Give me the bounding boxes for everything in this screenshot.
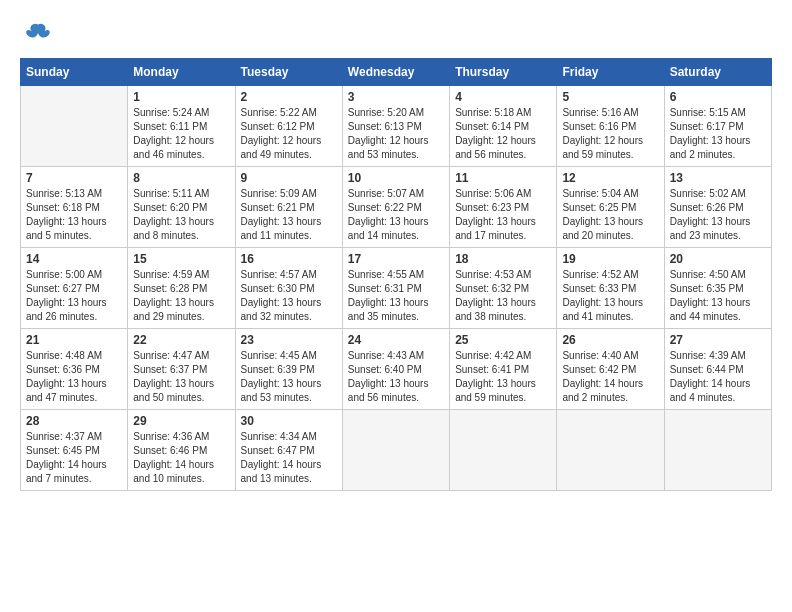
calendar-cell: 23Sunrise: 4:45 AM Sunset: 6:39 PM Dayli…	[235, 329, 342, 410]
weekday-label: Saturday	[664, 59, 771, 86]
calendar-cell: 1Sunrise: 5:24 AM Sunset: 6:11 PM Daylig…	[128, 86, 235, 167]
cell-info: Sunrise: 5:04 AM Sunset: 6:25 PM Dayligh…	[562, 187, 658, 243]
weekday-label: Thursday	[450, 59, 557, 86]
calendar-cell	[557, 410, 664, 491]
cell-info: Sunrise: 4:59 AM Sunset: 6:28 PM Dayligh…	[133, 268, 229, 324]
day-number: 12	[562, 171, 658, 185]
day-number: 24	[348, 333, 444, 347]
weekday-header-row: SundayMondayTuesdayWednesdayThursdayFrid…	[21, 59, 772, 86]
calendar-cell: 6Sunrise: 5:15 AM Sunset: 6:17 PM Daylig…	[664, 86, 771, 167]
calendar-cell: 2Sunrise: 5:22 AM Sunset: 6:12 PM Daylig…	[235, 86, 342, 167]
cell-info: Sunrise: 4:53 AM Sunset: 6:32 PM Dayligh…	[455, 268, 551, 324]
day-number: 3	[348, 90, 444, 104]
calendar-cell: 16Sunrise: 4:57 AM Sunset: 6:30 PM Dayli…	[235, 248, 342, 329]
calendar-cell: 19Sunrise: 4:52 AM Sunset: 6:33 PM Dayli…	[557, 248, 664, 329]
cell-info: Sunrise: 5:16 AM Sunset: 6:16 PM Dayligh…	[562, 106, 658, 162]
calendar-cell: 5Sunrise: 5:16 AM Sunset: 6:16 PM Daylig…	[557, 86, 664, 167]
cell-info: Sunrise: 5:11 AM Sunset: 6:20 PM Dayligh…	[133, 187, 229, 243]
cell-info: Sunrise: 5:07 AM Sunset: 6:22 PM Dayligh…	[348, 187, 444, 243]
cell-info: Sunrise: 5:22 AM Sunset: 6:12 PM Dayligh…	[241, 106, 337, 162]
cell-info: Sunrise: 5:13 AM Sunset: 6:18 PM Dayligh…	[26, 187, 122, 243]
day-number: 16	[241, 252, 337, 266]
cell-info: Sunrise: 5:00 AM Sunset: 6:27 PM Dayligh…	[26, 268, 122, 324]
calendar-week-row: 1Sunrise: 5:24 AM Sunset: 6:11 PM Daylig…	[21, 86, 772, 167]
calendar-cell: 7Sunrise: 5:13 AM Sunset: 6:18 PM Daylig…	[21, 167, 128, 248]
day-number: 21	[26, 333, 122, 347]
calendar-cell: 18Sunrise: 4:53 AM Sunset: 6:32 PM Dayli…	[450, 248, 557, 329]
calendar-cell: 28Sunrise: 4:37 AM Sunset: 6:45 PM Dayli…	[21, 410, 128, 491]
calendar-cell: 14Sunrise: 5:00 AM Sunset: 6:27 PM Dayli…	[21, 248, 128, 329]
cell-info: Sunrise: 4:43 AM Sunset: 6:40 PM Dayligh…	[348, 349, 444, 405]
calendar-cell: 24Sunrise: 4:43 AM Sunset: 6:40 PM Dayli…	[342, 329, 449, 410]
day-number: 25	[455, 333, 551, 347]
logo	[20, 20, 52, 48]
calendar-cell: 3Sunrise: 5:20 AM Sunset: 6:13 PM Daylig…	[342, 86, 449, 167]
calendar-cell: 11Sunrise: 5:06 AM Sunset: 6:23 PM Dayli…	[450, 167, 557, 248]
cell-info: Sunrise: 5:15 AM Sunset: 6:17 PM Dayligh…	[670, 106, 766, 162]
calendar-cell: 29Sunrise: 4:36 AM Sunset: 6:46 PM Dayli…	[128, 410, 235, 491]
calendar-cell: 27Sunrise: 4:39 AM Sunset: 6:44 PM Dayli…	[664, 329, 771, 410]
calendar-cell: 10Sunrise: 5:07 AM Sunset: 6:22 PM Dayli…	[342, 167, 449, 248]
calendar-cell: 25Sunrise: 4:42 AM Sunset: 6:41 PM Dayli…	[450, 329, 557, 410]
cell-info: Sunrise: 4:57 AM Sunset: 6:30 PM Dayligh…	[241, 268, 337, 324]
calendar-week-row: 21Sunrise: 4:48 AM Sunset: 6:36 PM Dayli…	[21, 329, 772, 410]
day-number: 14	[26, 252, 122, 266]
day-number: 29	[133, 414, 229, 428]
day-number: 28	[26, 414, 122, 428]
cell-info: Sunrise: 4:47 AM Sunset: 6:37 PM Dayligh…	[133, 349, 229, 405]
day-number: 13	[670, 171, 766, 185]
cell-info: Sunrise: 5:02 AM Sunset: 6:26 PM Dayligh…	[670, 187, 766, 243]
cell-info: Sunrise: 4:36 AM Sunset: 6:46 PM Dayligh…	[133, 430, 229, 486]
day-number: 30	[241, 414, 337, 428]
cell-info: Sunrise: 4:52 AM Sunset: 6:33 PM Dayligh…	[562, 268, 658, 324]
calendar-week-row: 14Sunrise: 5:00 AM Sunset: 6:27 PM Dayli…	[21, 248, 772, 329]
day-number: 19	[562, 252, 658, 266]
cell-info: Sunrise: 4:39 AM Sunset: 6:44 PM Dayligh…	[670, 349, 766, 405]
day-number: 7	[26, 171, 122, 185]
weekday-label: Wednesday	[342, 59, 449, 86]
calendar-cell	[21, 86, 128, 167]
day-number: 9	[241, 171, 337, 185]
calendar-body: 1Sunrise: 5:24 AM Sunset: 6:11 PM Daylig…	[21, 86, 772, 491]
day-number: 20	[670, 252, 766, 266]
calendar-cell	[450, 410, 557, 491]
weekday-label: Friday	[557, 59, 664, 86]
cell-info: Sunrise: 4:55 AM Sunset: 6:31 PM Dayligh…	[348, 268, 444, 324]
cell-info: Sunrise: 4:45 AM Sunset: 6:39 PM Dayligh…	[241, 349, 337, 405]
cell-info: Sunrise: 4:42 AM Sunset: 6:41 PM Dayligh…	[455, 349, 551, 405]
weekday-label: Monday	[128, 59, 235, 86]
day-number: 22	[133, 333, 229, 347]
calendar-cell: 17Sunrise: 4:55 AM Sunset: 6:31 PM Dayli…	[342, 248, 449, 329]
calendar-cell	[342, 410, 449, 491]
day-number: 18	[455, 252, 551, 266]
calendar-week-row: 28Sunrise: 4:37 AM Sunset: 6:45 PM Dayli…	[21, 410, 772, 491]
cell-info: Sunrise: 5:18 AM Sunset: 6:14 PM Dayligh…	[455, 106, 551, 162]
cell-info: Sunrise: 5:06 AM Sunset: 6:23 PM Dayligh…	[455, 187, 551, 243]
cell-info: Sunrise: 4:34 AM Sunset: 6:47 PM Dayligh…	[241, 430, 337, 486]
calendar-cell: 8Sunrise: 5:11 AM Sunset: 6:20 PM Daylig…	[128, 167, 235, 248]
day-number: 26	[562, 333, 658, 347]
day-number: 6	[670, 90, 766, 104]
day-number: 11	[455, 171, 551, 185]
calendar-cell: 13Sunrise: 5:02 AM Sunset: 6:26 PM Dayli…	[664, 167, 771, 248]
day-number: 17	[348, 252, 444, 266]
day-number: 2	[241, 90, 337, 104]
page-header	[20, 20, 772, 48]
weekday-label: Tuesday	[235, 59, 342, 86]
calendar-cell	[664, 410, 771, 491]
calendar-cell: 12Sunrise: 5:04 AM Sunset: 6:25 PM Dayli…	[557, 167, 664, 248]
day-number: 4	[455, 90, 551, 104]
cell-info: Sunrise: 5:09 AM Sunset: 6:21 PM Dayligh…	[241, 187, 337, 243]
calendar-cell: 15Sunrise: 4:59 AM Sunset: 6:28 PM Dayli…	[128, 248, 235, 329]
cell-info: Sunrise: 4:50 AM Sunset: 6:35 PM Dayligh…	[670, 268, 766, 324]
cell-info: Sunrise: 5:20 AM Sunset: 6:13 PM Dayligh…	[348, 106, 444, 162]
calendar-cell: 4Sunrise: 5:18 AM Sunset: 6:14 PM Daylig…	[450, 86, 557, 167]
calendar-table: SundayMondayTuesdayWednesdayThursdayFrid…	[20, 58, 772, 491]
weekday-label: Sunday	[21, 59, 128, 86]
cell-info: Sunrise: 5:24 AM Sunset: 6:11 PM Dayligh…	[133, 106, 229, 162]
day-number: 23	[241, 333, 337, 347]
calendar-cell: 20Sunrise: 4:50 AM Sunset: 6:35 PM Dayli…	[664, 248, 771, 329]
day-number: 27	[670, 333, 766, 347]
day-number: 1	[133, 90, 229, 104]
calendar-cell: 26Sunrise: 4:40 AM Sunset: 6:42 PM Dayli…	[557, 329, 664, 410]
